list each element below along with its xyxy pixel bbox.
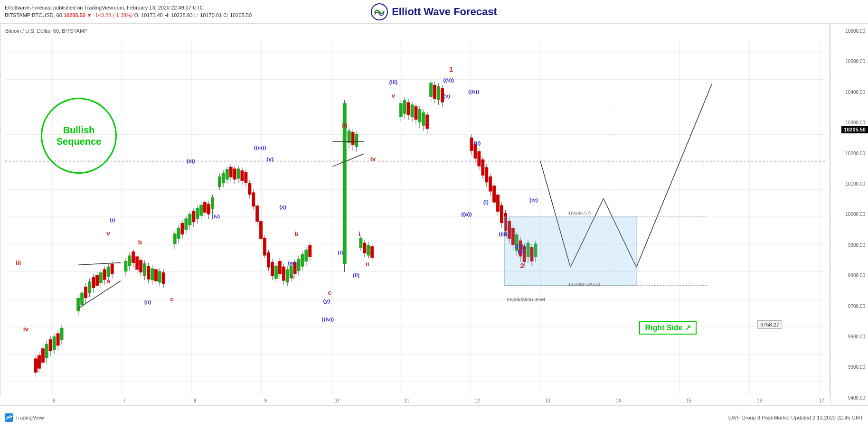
svg-text:(v): (v) — [443, 93, 451, 99]
svg-rect-120 — [237, 169, 240, 178]
svg-rect-110 — [218, 177, 221, 187]
svg-text:(ii): (ii) — [144, 298, 151, 305]
svg-rect-214 — [493, 186, 496, 202]
svg-text:((b)): ((b)) — [468, 88, 479, 94]
svg-rect-138 — [271, 262, 274, 276]
svg-rect-128 — [252, 193, 255, 206]
svg-rect-32 — [41, 349, 44, 363]
svg-rect-108 — [211, 198, 214, 209]
svg-rect-192 — [426, 115, 429, 129]
svg-rect-34 — [45, 344, 48, 358]
svg-text:(ii): (ii) — [474, 140, 481, 146]
svg-rect-38 — [53, 337, 56, 350]
svg-rect-66 — [124, 261, 127, 271]
svg-text:((iv)): ((iv)) — [322, 316, 334, 322]
svg-rect-162 — [348, 131, 350, 143]
svg-text:(i): (i) — [110, 216, 115, 223]
svg-text:a: a — [106, 278, 110, 285]
price-label-10300: 10300.00 — [831, 120, 867, 125]
time-17: 17 — [819, 398, 824, 403]
bullish-sequence-label: BullishSequence — [57, 124, 101, 147]
svg-rect-44 — [77, 298, 80, 311]
ohlc-values: O: 10173.48 H: 10228.93 L: 10170.01 C: 1… — [134, 12, 252, 18]
svg-rect-140 — [274, 266, 277, 279]
bullish-sequence-circle: BullishSequence — [41, 98, 117, 174]
svg-rect-158 — [309, 245, 311, 257]
svg-rect-184 — [411, 105, 414, 117]
svg-rect-152 — [297, 259, 300, 271]
svg-rect-212 — [489, 177, 492, 191]
svg-text:(y): (y) — [323, 298, 330, 304]
right-side-label: Right Side ↗ — [639, 321, 697, 335]
tradingview-text: TradingView — [15, 415, 44, 420]
svg-text:((c)): ((c)) — [515, 243, 526, 249]
svg-rect-180 — [403, 100, 406, 113]
svg-rect-116 — [229, 167, 232, 177]
svg-rect-78 — [147, 266, 150, 279]
svg-text:(v): (v) — [267, 156, 274, 162]
current-price-badge: 10205.50 — [841, 126, 868, 133]
svg-rect-72 — [136, 257, 139, 270]
time-13: 13 — [545, 398, 550, 403]
svg-text:c: c — [328, 289, 331, 296]
price-label-10600: 10600.00 — [831, 28, 867, 34]
svg-rect-166 — [355, 134, 358, 146]
svg-rect-182 — [407, 103, 410, 115]
svg-rect-52 — [92, 277, 95, 288]
svg-text:(ii): (ii) — [353, 272, 360, 278]
svg-text:iii: iii — [16, 259, 21, 266]
svg-rect-88 — [173, 234, 176, 244]
ewf-logo — [371, 3, 388, 20]
time-10: 10 — [333, 398, 339, 403]
publisher-info: Elliottwave-Forecast published on Tradin… — [5, 4, 291, 11]
svg-text:ii: ii — [366, 261, 369, 268]
svg-rect-96 — [189, 214, 191, 225]
svg-text:(w): (w) — [288, 260, 296, 266]
svg-rect-70 — [132, 252, 135, 262]
svg-rect-134 — [264, 238, 266, 255]
svg-rect-58 — [103, 270, 106, 280]
svg-rect-62 — [111, 264, 113, 274]
brand-name: Elliott Wave Forecast — [392, 6, 497, 18]
chart-title: Bitcoin / U.S. Dollar, 60, BITSTAMP — [5, 28, 87, 34]
svg-text:iv: iv — [23, 326, 29, 333]
svg-rect-100 — [196, 208, 199, 219]
svg-text:i: i — [359, 231, 360, 238]
svg-rect-210 — [485, 168, 488, 182]
svg-rect-144 — [282, 267, 285, 280]
svg-rect-202 — [470, 138, 473, 150]
svg-rect-130 — [256, 206, 259, 222]
price-scale: 10600.00 10500.00 10400.00 10300.00 1020… — [830, 24, 868, 405]
svg-text:b: b — [138, 239, 142, 246]
tradingview-logo: TradingView — [5, 413, 44, 422]
svg-rect-106 — [208, 204, 210, 214]
svg-rect-124 — [245, 172, 247, 182]
ohlc-info: BITSTAMP:BTCUSD, 60 10205.50 ▼ -143.28 (… — [5, 12, 291, 19]
time-7: 7 — [123, 398, 126, 403]
svg-rect-118 — [233, 169, 236, 179]
price-label-9800: 9800.00 — [831, 273, 867, 278]
svg-rect-178 — [399, 103, 402, 117]
svg-rect-36 — [49, 339, 52, 351]
svg-text:1: 1 — [449, 65, 453, 74]
svg-rect-216 — [497, 195, 500, 212]
svg-text:(i): (i) — [483, 199, 489, 205]
svg-rect-194 — [430, 83, 433, 97]
svg-text:(x): (x) — [279, 204, 286, 210]
time-11: 11 — [404, 398, 409, 403]
svg-rect-156 — [305, 250, 308, 261]
svg-rect-90 — [177, 228, 180, 238]
svg-line-240 — [636, 84, 712, 267]
svg-text:iii: iii — [342, 122, 348, 129]
svg-text:((a)): ((a)) — [461, 211, 472, 217]
svg-rect-80 — [151, 269, 154, 280]
svg-rect-176 — [371, 247, 374, 258]
svg-text:2: 2 — [520, 261, 524, 270]
svg-text:a: a — [290, 273, 294, 280]
svg-rect-164 — [351, 132, 354, 145]
svg-line-168 — [332, 154, 364, 167]
tv-logo-icon — [5, 413, 13, 422]
svg-rect-132 — [260, 222, 263, 239]
svg-rect-188 — [418, 109, 421, 122]
svg-text:1(9986.57): 1(9986.57) — [568, 210, 591, 215]
